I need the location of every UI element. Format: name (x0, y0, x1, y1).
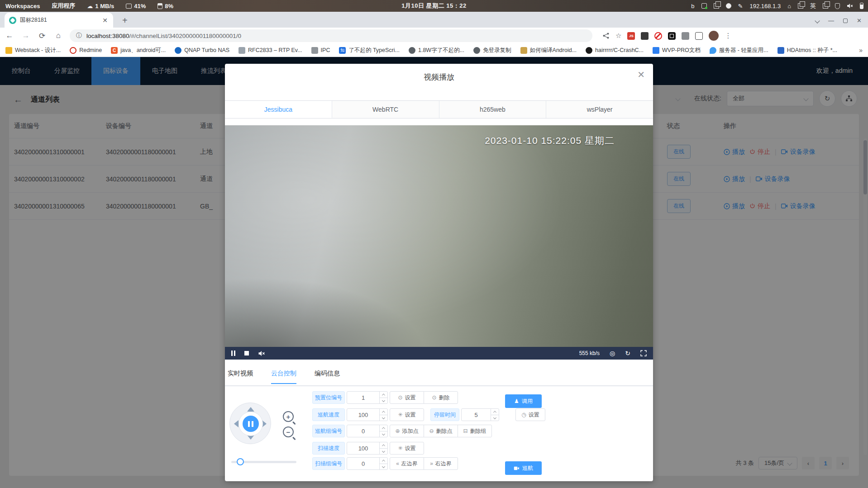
home-tray-icon[interactable]: ⌂ (787, 3, 791, 9)
window-maximize-button[interactable] (843, 19, 848, 23)
ptz-direction-pad[interactable] (229, 403, 271, 444)
step-up-icon[interactable] (491, 409, 499, 415)
address-bar[interactable]: ⓘ localhost:38080/#/channelList/34020000… (70, 29, 592, 42)
bookmark-item[interactable]: IPC (311, 47, 330, 54)
clipboard-tray-icon[interactable] (714, 3, 719, 9)
bookmark-item[interactable]: Cjava、android可... (111, 47, 166, 54)
blocker-extension-icon[interactable] (654, 32, 662, 40)
share-icon[interactable] (602, 32, 610, 39)
cruise-group-field[interactable] (347, 425, 379, 437)
reload-icon[interactable]: ⟳ (37, 31, 47, 41)
stay-time-field[interactable] (462, 409, 491, 421)
extension-icon[interactable] (641, 32, 649, 40)
tab-jessibuca[interactable]: Jessibuca (225, 101, 332, 118)
snapshot-button[interactable]: ◎ (610, 350, 615, 357)
forward-icon[interactable]: → (21, 31, 31, 40)
step-up-icon[interactable] (380, 392, 387, 398)
fullscreen-button[interactable] (640, 350, 647, 356)
bookmark-item[interactable]: 服务器 - 轻量应用... (710, 47, 768, 54)
clock[interactable]: 1月10日 星期二 15：22 (401, 2, 466, 10)
shield-tray-icon[interactable] (835, 3, 840, 9)
bookmark-item[interactable]: WVP-PRO文档 (653, 47, 701, 54)
window-chevron-icon[interactable] (815, 18, 820, 23)
right-edge-button[interactable]: »右边界 (424, 457, 458, 470)
step-up-icon[interactable] (380, 442, 387, 448)
cruise-speed-set-button[interactable]: ✳设置 (390, 408, 424, 421)
close-icon[interactable]: ✕ (637, 69, 645, 80)
step-down-icon[interactable] (380, 448, 387, 455)
display-tray-icon[interactable] (823, 3, 828, 9)
browser-tab[interactable]: 国标28181 ✕ (5, 13, 113, 28)
step-down-icon[interactable] (380, 398, 387, 404)
extension-icon[interactable] (695, 32, 703, 40)
bookmark-item[interactable]: Redmine (70, 47, 102, 54)
extension-icon[interactable] (668, 32, 676, 40)
zoom-out-button[interactable]: − (283, 426, 294, 437)
window-minimize-button[interactable]: — (828, 17, 834, 24)
zoom-in-button[interactable]: + (283, 411, 294, 422)
step-up-icon[interactable] (380, 425, 387, 431)
preset-set-button[interactable]: ⊙设置 (390, 391, 424, 404)
bookmark-item[interactable]: 免登录复制 (473, 47, 511, 54)
tab-ptz-control[interactable]: 云台控制 (271, 370, 296, 384)
bookmark-item[interactable]: RFC2833 – RTP Ev... (238, 47, 302, 54)
workspaces-button[interactable]: Workspaces (5, 3, 40, 9)
scan-group-field[interactable] (347, 458, 379, 469)
ptz-speed-slider[interactable] (231, 461, 296, 463)
preset-call-button[interactable]: ♟调用 (505, 394, 542, 408)
delete-group-button[interactable]: ⊟删除组 (458, 425, 492, 437)
ptz-up-arrow[interactable] (247, 407, 254, 412)
tab-encoding-info[interactable]: 编码信息 (315, 370, 340, 384)
extensions-puzzle-icon[interactable] (682, 32, 689, 40)
stop-button[interactable] (244, 351, 249, 355)
preset-delete-button[interactable]: ⊙删除 (424, 391, 458, 404)
tab-wsplayer[interactable]: wsPlayer (546, 101, 653, 118)
bookmark-item[interactable]: 知了不起的 TypeScri... (339, 47, 400, 54)
tab-live-video[interactable]: 实时视频 (228, 370, 253, 384)
input-language-indicator[interactable]: 英 (810, 2, 816, 10)
home-icon[interactable]: ⌂ (53, 31, 63, 40)
refresh-stream-button[interactable]: ↻ (625, 350, 630, 357)
bookmark-item[interactable]: QNAP Turbo NAS (175, 47, 229, 54)
add-point-button[interactable]: ⊕添加点 (390, 425, 424, 437)
windows-tray-icon[interactable] (798, 3, 803, 9)
ptz-left-arrow[interactable] (234, 420, 238, 427)
tab-webrtc[interactable]: WebRTC (332, 101, 439, 118)
js-extension-icon[interactable]: JS (627, 32, 635, 40)
pause-button[interactable] (231, 351, 235, 356)
scan-speed-field[interactable] (347, 442, 379, 454)
cruise-speed-field[interactable] (347, 409, 379, 421)
pen-tray-icon[interactable]: ✎ (738, 3, 743, 9)
scan-speed-set-button[interactable]: ✳设置 (390, 442, 424, 455)
slider-thumb[interactable] (237, 458, 244, 465)
bookmark-item[interactable]: Webstack - 设计... (5, 47, 61, 54)
stay-time-set-button[interactable]: ◷设置 (515, 408, 545, 421)
video-surface[interactable]: 2023-01-10 15:22:05 星期二 上地社区大华 555 kb/s … (225, 125, 653, 360)
back-icon[interactable]: ← (5, 31, 14, 40)
delete-point-button[interactable]: ⊖删除点 (424, 425, 458, 437)
screenshot-tray-icon[interactable] (701, 3, 707, 9)
bookmark-item[interactable]: 1.8W字了不起的... (409, 47, 464, 54)
applications-menu[interactable]: 应用程序 (52, 2, 75, 10)
step-up-icon[interactable] (380, 409, 387, 415)
tab-close-icon[interactable]: ✕ (101, 17, 109, 24)
bookmarks-overflow-chevron[interactable]: » (859, 47, 863, 54)
browser-menu-icon[interactable]: ⋮ (725, 32, 731, 40)
bookmark-item[interactable]: 如何编译Android... (520, 47, 577, 54)
site-info-icon[interactable]: ⓘ (76, 32, 82, 40)
bookmark-item[interactable]: hairrrrr/C-CrashC... (586, 47, 644, 54)
step-up-icon[interactable] (380, 458, 387, 464)
bookmark-star-icon[interactable]: ☆ (615, 32, 621, 40)
step-down-icon[interactable] (491, 415, 499, 421)
volume-muted-button[interactable] (258, 351, 265, 356)
volume-muted-icon[interactable] (847, 3, 853, 9)
window-close-button[interactable]: ✕ (857, 17, 862, 24)
preset-value-field[interactable] (347, 392, 379, 403)
left-edge-button[interactable]: «左边界 (390, 457, 424, 470)
new-tab-button[interactable]: + (119, 15, 131, 28)
tab-h265web[interactable]: h265web (439, 101, 547, 118)
profile-avatar[interactable] (709, 31, 719, 41)
step-down-icon[interactable] (380, 464, 387, 470)
step-down-icon[interactable] (380, 415, 387, 421)
step-down-icon[interactable] (380, 431, 387, 437)
